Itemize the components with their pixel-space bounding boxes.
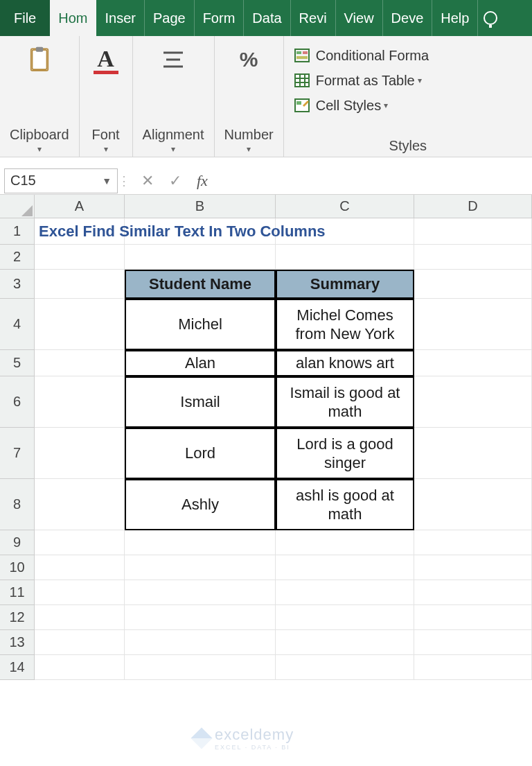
row-header-5[interactable]: 5 [0, 350, 35, 376]
row-header-6[interactable]: 6 [0, 376, 35, 428]
formula-input[interactable] [222, 168, 532, 193]
cell-D14[interactable] [414, 655, 532, 680]
cell-C2[interactable] [276, 245, 414, 270]
dropdown-icon[interactable]: ▾ [104, 144, 108, 154]
cell-D1[interactable] [414, 218, 532, 245]
tab-formulas[interactable]: Form [195, 0, 245, 36]
group-clipboard[interactable]: Clipboard ▾ [0, 36, 80, 157]
group-alignment[interactable]: Alignment ▾ [133, 36, 215, 157]
group-number[interactable]: % Number ▾ [215, 36, 284, 157]
cell-C11[interactable] [276, 580, 414, 605]
cell-C10[interactable] [276, 555, 414, 580]
cell-D5[interactable] [414, 350, 532, 376]
tell-me-button[interactable] [478, 0, 503, 36]
tab-insert[interactable]: Inser [96, 0, 144, 36]
cell-D3[interactable] [414, 270, 532, 299]
cell-A4[interactable] [35, 299, 125, 350]
tab-help[interactable]: Help [432, 0, 478, 36]
conditional-formatting-button[interactable]: Conditional Forma [294, 43, 429, 68]
cell-A8[interactable] [35, 479, 125, 530]
row-header-13[interactable]: 13 [0, 630, 35, 655]
cell-C8[interactable]: ashl is good at math [276, 479, 414, 530]
row-header-4[interactable]: 4 [0, 299, 35, 350]
cell-styles-button[interactable]: Cell Styles ▾ [294, 93, 388, 118]
tab-file[interactable]: File [0, 0, 50, 36]
row-header-7[interactable]: 7 [0, 428, 35, 479]
cell-C5[interactable]: alan knows art [276, 350, 414, 376]
cell-B3[interactable]: Student Name [125, 270, 276, 299]
cell-A12[interactable] [35, 605, 125, 630]
cell-A6[interactable] [35, 376, 125, 428]
row-header-9[interactable]: 9 [0, 530, 35, 555]
dropdown-icon[interactable]: ▼ [102, 175, 112, 186]
row-header-10[interactable]: 10 [0, 555, 35, 580]
cell-B4[interactable]: Michel [125, 299, 276, 350]
tab-data[interactable]: Data [244, 0, 290, 36]
row-header-1[interactable]: 1 [0, 218, 35, 245]
cell-A10[interactable] [35, 555, 125, 580]
insert-function-button[interactable]: fx [197, 172, 208, 190]
cell-A14[interactable] [35, 655, 125, 680]
cell-C6[interactable]: Ismail is good at math [276, 376, 414, 428]
cell-C7[interactable]: Lord is a good singer [276, 428, 414, 479]
tab-view[interactable]: View [336, 0, 383, 36]
dropdown-icon[interactable]: ▾ [247, 144, 251, 154]
cell-D7[interactable] [414, 428, 532, 479]
column-header-A[interactable]: A [35, 195, 125, 218]
column-header-C[interactable]: C [276, 195, 414, 218]
grip-icon[interactable]: ⋮ [118, 173, 127, 189]
cell-A2[interactable] [35, 245, 125, 270]
cell-B10[interactable] [125, 555, 276, 580]
column-header-D[interactable]: D [414, 195, 532, 218]
row-header-2[interactable]: 2 [0, 245, 35, 270]
cell-B12[interactable] [125, 605, 276, 630]
cell-D9[interactable] [414, 530, 532, 555]
cell-D13[interactable] [414, 630, 532, 655]
cell-A5[interactable] [35, 350, 125, 376]
cell-D6[interactable] [414, 376, 532, 428]
worksheet-grid[interactable]: ABCD 1Excel Find Similar Text In Two Col… [0, 195, 532, 766]
cell-A7[interactable] [35, 428, 125, 479]
cell-D11[interactable] [414, 580, 532, 605]
cell-D12[interactable] [414, 605, 532, 630]
cell-A1[interactable]: Excel Find Similar Text In Two Columns [35, 218, 125, 245]
cell-B11[interactable] [125, 580, 276, 605]
tab-review[interactable]: Revi [291, 0, 336, 36]
format-as-table-button[interactable]: Format as Table ▾ [294, 68, 422, 93]
name-box[interactable]: C15 ▼ [4, 168, 118, 193]
cell-B9[interactable] [125, 530, 276, 555]
cell-B14[interactable] [125, 655, 276, 680]
cell-C13[interactable] [276, 630, 414, 655]
cell-D8[interactable] [414, 479, 532, 530]
tab-developer[interactable]: Deve [383, 0, 433, 36]
dropdown-icon[interactable]: ▾ [37, 144, 42, 154]
cell-A3[interactable] [35, 270, 125, 299]
row-header-8[interactable]: 8 [0, 479, 35, 530]
cell-C4[interactable]: Michel Comes from New York [276, 299, 414, 350]
tab-page-layout[interactable]: Page [145, 0, 195, 36]
cell-C14[interactable] [276, 655, 414, 680]
cell-B8[interactable]: Ashly [125, 479, 276, 530]
tab-home[interactable]: Hom [50, 0, 96, 36]
dropdown-icon[interactable]: ▾ [171, 144, 175, 154]
group-font[interactable]: A Font ▾ [80, 36, 133, 157]
cell-D4[interactable] [414, 299, 532, 350]
row-header-12[interactable]: 12 [0, 605, 35, 630]
cell-C9[interactable] [276, 530, 414, 555]
select-all-corner[interactable] [0, 195, 35, 218]
cell-B6[interactable]: Ismail [125, 376, 276, 428]
row-header-3[interactable]: 3 [0, 270, 35, 299]
cell-A11[interactable] [35, 580, 125, 605]
cell-D10[interactable] [414, 555, 532, 580]
cell-B13[interactable] [125, 630, 276, 655]
cancel-formula-button[interactable]: ✕ [141, 172, 154, 190]
cell-B5[interactable]: Alan [125, 350, 276, 376]
cell-C3[interactable]: Summary [276, 270, 414, 299]
cell-A13[interactable] [35, 630, 125, 655]
column-header-B[interactable]: B [125, 195, 276, 218]
cell-B7[interactable]: Lord [125, 428, 276, 479]
cell-B2[interactable] [125, 245, 276, 270]
cell-A9[interactable] [35, 530, 125, 555]
cell-C12[interactable] [276, 605, 414, 630]
enter-formula-button[interactable]: ✓ [169, 172, 181, 190]
